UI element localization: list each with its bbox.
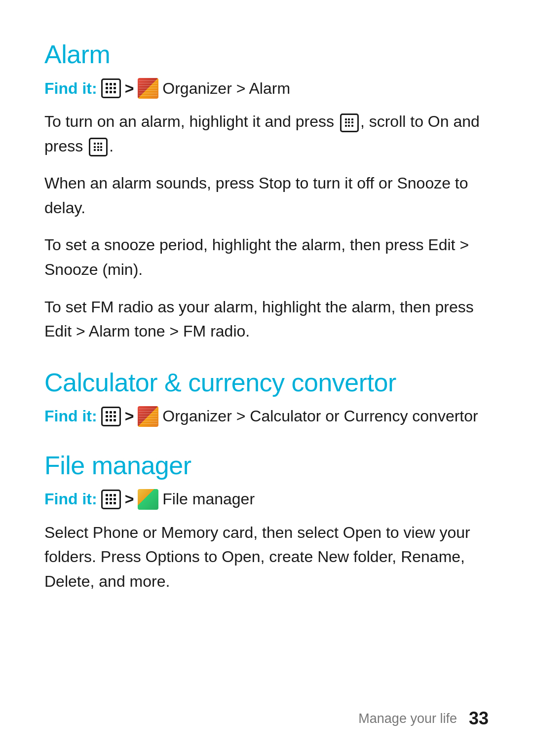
dot	[106, 91, 108, 93]
dot	[114, 87, 116, 89]
filemanager-find-it: Find it: > File manager	[44, 489, 489, 510]
menu-dots	[106, 494, 116, 505]
dot	[94, 143, 96, 145]
dot	[114, 498, 116, 500]
dot	[106, 498, 108, 500]
footer-label: Manage your life	[358, 711, 457, 726]
dot	[100, 143, 102, 145]
dot	[114, 502, 116, 504]
dot	[348, 125, 350, 127]
dot	[345, 118, 347, 120]
alarm-para-1: To turn on an alarm, highlight it and pr…	[44, 110, 489, 158]
dot	[114, 415, 116, 417]
dot	[106, 494, 108, 496]
dot	[110, 83, 112, 85]
dot	[106, 415, 108, 417]
alarm-path: Organizer > Alarm	[162, 79, 290, 98]
dot	[110, 502, 112, 504]
alarm-arrow: >	[125, 79, 134, 98]
inline-dots	[345, 118, 354, 127]
calculator-arrow: >	[125, 407, 134, 425]
alarm-title: Alarm	[44, 39, 489, 69]
dot	[348, 121, 350, 123]
dot	[110, 87, 112, 89]
alarm-para-4: To set FM radio as your alarm, highlight…	[44, 295, 489, 344]
dot	[351, 125, 353, 127]
dot	[94, 146, 96, 148]
calculator-menu-icon	[101, 407, 121, 426]
dot	[114, 494, 116, 496]
dot	[100, 146, 102, 148]
footer-page-number: 33	[469, 708, 489, 729]
dot	[110, 498, 112, 500]
filemanager-title: File manager	[44, 451, 489, 480]
dot	[106, 411, 108, 414]
dot	[106, 87, 108, 89]
organizer-icon	[138, 78, 158, 99]
dot	[97, 149, 99, 151]
alarm-section: Alarm Find it: > Organizer > Alarm	[44, 39, 489, 344]
dot	[114, 419, 116, 421]
calculator-find-it: Find it: > Organizer > Calculator or Cur…	[44, 406, 489, 427]
dot	[114, 83, 116, 85]
dot	[97, 143, 99, 145]
dot	[110, 494, 112, 496]
dot	[106, 419, 108, 421]
alarm-menu-icon	[101, 78, 121, 98]
dot	[348, 118, 350, 120]
dot	[114, 411, 116, 414]
dot	[351, 118, 353, 120]
alarm-para-2: When an alarm sounds, press Stop to turn…	[44, 171, 489, 220]
filemanager-para-1: Select Phone or Memory card, then select…	[44, 521, 489, 594]
calculator-path: Organizer > Calculator or Currency conve…	[162, 407, 478, 425]
page-footer: Manage your life 33	[358, 708, 489, 729]
filemanager-find-it-label: Find it:	[44, 490, 97, 508]
calculator-title: Calculator & currency convertor	[44, 368, 489, 397]
organizer-icon-calc	[138, 406, 158, 427]
menu-dots	[106, 411, 116, 422]
dot	[114, 91, 116, 93]
filemanager-app-icon	[138, 489, 158, 510]
menu-dots	[106, 83, 116, 94]
filemanager-path: File manager	[162, 490, 255, 508]
filemanager-section: File manager Find it: > File manage	[44, 451, 489, 594]
dot	[110, 419, 112, 421]
filemanager-arrow: >	[125, 490, 134, 508]
dot	[110, 411, 112, 414]
dot	[100, 149, 102, 151]
dot	[345, 121, 347, 123]
dot	[106, 83, 108, 85]
dot	[97, 146, 99, 148]
dot	[106, 502, 108, 504]
dot	[351, 121, 353, 123]
alarm-find-it: Find it: > Organizer > Alarm	[44, 78, 489, 99]
inline-menu-icon-1	[340, 113, 359, 132]
dot	[94, 149, 96, 151]
dot	[110, 415, 112, 417]
inline-menu-icon-2	[89, 138, 108, 156]
inline-dots	[94, 143, 103, 151]
filemanager-menu-icon	[101, 490, 121, 509]
alarm-find-it-label: Find it:	[44, 79, 97, 98]
dot	[345, 125, 347, 127]
page-content: Alarm Find it: > Organizer > Alarm	[0, 0, 533, 647]
calculator-find-it-label: Find it:	[44, 407, 97, 425]
dot	[110, 91, 112, 93]
alarm-para-3: To set a snooze period, highlight the al…	[44, 233, 489, 282]
calculator-section: Calculator & currency convertor Find it:…	[44, 368, 489, 427]
